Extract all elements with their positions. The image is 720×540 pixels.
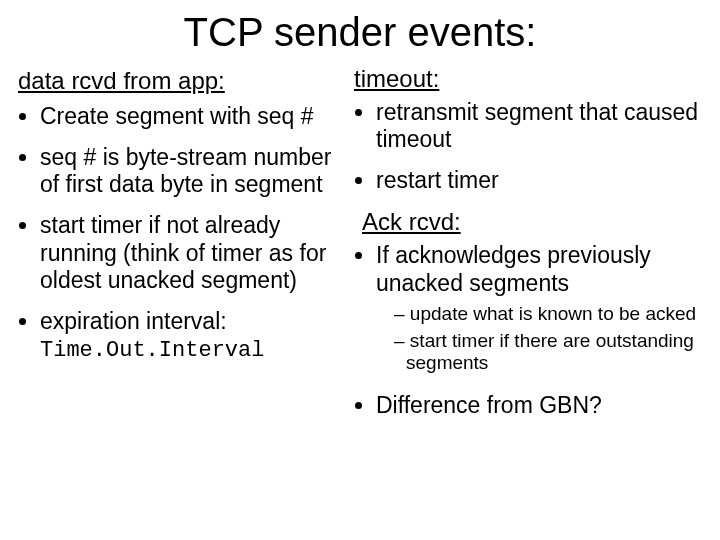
left-bullet-1: Create segment with seq # xyxy=(40,103,338,130)
right-bullet-ack: If acknowledges previously unacked segme… xyxy=(376,242,702,374)
right-bullet-restart: restart timer xyxy=(376,167,702,194)
left-column: data rcvd from app: Create segment with … xyxy=(18,63,338,433)
left-bullets: Create segment with seq # seq # is byte-… xyxy=(18,103,338,364)
left-bullet-4-text: expiration interval: xyxy=(40,308,227,334)
left-bullet-3: start timer if not already running (thin… xyxy=(40,212,338,293)
right-bullet-ack-text: If acknowledges previously unacked segme… xyxy=(376,242,651,295)
slide: TCP sender events: data rcvd from app: C… xyxy=(0,0,720,540)
right-heading-timeout: timeout: xyxy=(354,65,702,93)
right-sub-2: start timer if there are outstanding seg… xyxy=(394,330,702,374)
left-bullet-4: expiration interval: Time.Out.Interval xyxy=(40,308,338,364)
right-sub-bullets: update what is known to be acked start t… xyxy=(376,303,702,375)
slide-title: TCP sender events: xyxy=(18,10,702,55)
left-code: Time.Out.Interval xyxy=(40,338,264,363)
right-bullets-ack: If acknowledges previously unacked segme… xyxy=(354,242,702,419)
left-bullet-2: seq # is byte-stream number of first dat… xyxy=(40,144,338,198)
right-bullet-diff: Difference from GBN? xyxy=(376,392,702,419)
right-bullet-retransmit: retransmit segment that caused timeout xyxy=(376,99,702,153)
right-bullets-timeout: retransmit segment that caused timeout r… xyxy=(354,99,702,194)
right-heading-ack: Ack rcvd: xyxy=(362,208,702,236)
left-heading: data rcvd from app: xyxy=(18,67,338,95)
right-column: timeout: retransmit segment that caused … xyxy=(354,63,702,433)
columns: data rcvd from app: Create segment with … xyxy=(18,63,702,433)
right-sub-1: update what is known to be acked xyxy=(394,303,702,325)
